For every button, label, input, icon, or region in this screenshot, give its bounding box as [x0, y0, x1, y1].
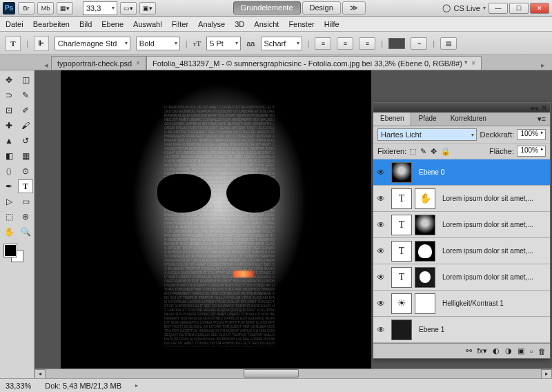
horizontal-scrollbar[interactable]: ◂ ▸ — [34, 369, 552, 378]
adjustment-layer-icon[interactable]: ◑ — [505, 346, 512, 355]
layer-mask-thumbnail[interactable] — [415, 241, 435, 262]
layer-row[interactable]: 👁 ☀ Helligkeit/Kontrast 1 — [373, 291, 550, 317]
layer-mask-thumbnail[interactable] — [415, 215, 435, 235]
status-menu-icon[interactable]: ▸ — [135, 382, 138, 389]
gradient-tool[interactable]: ▦ — [18, 149, 33, 163]
eraser-tool[interactable]: ◧ — [1, 149, 17, 163]
screenmode-button[interactable]: ▣▾ — [139, 2, 156, 14]
lock-all-icon[interactable]: 🔒 — [441, 147, 451, 156]
cslive-button[interactable]: CS Live — [453, 4, 480, 12]
stamp-tool[interactable]: ▲ — [1, 134, 17, 148]
fill-input[interactable]: 100% — [517, 146, 546, 157]
layer-thumbnail[interactable]: T — [391, 241, 412, 262]
visibility-toggle[interactable]: 👁 — [373, 168, 388, 177]
lasso-tool[interactable]: ⊃ — [1, 88, 17, 102]
maximize-button[interactable]: ☐ — [509, 3, 529, 14]
menu-3d[interactable]: 3D — [235, 20, 244, 28]
menu-ebene[interactable]: Ebene — [101, 20, 124, 28]
arrange-button[interactable]: ▭▾ — [120, 2, 137, 14]
layer-mask-thumbnail[interactable] — [415, 267, 435, 288]
quickselect-tool[interactable]: ✎ — [18, 88, 33, 102]
layer-row[interactable]: 👁 Ebene 0 — [373, 159, 550, 186]
text-orientation-button[interactable]: ⊩ — [34, 36, 49, 51]
scroll-thumb[interactable] — [244, 369, 299, 378]
close-button[interactable]: ✕ — [530, 3, 549, 14]
workspace-grundelemente[interactable]: Grundelemente — [233, 1, 301, 14]
layer-fx-icon[interactable]: fx▾ — [477, 346, 488, 355]
text-color-swatch[interactable] — [388, 38, 405, 49]
scroll-left-button[interactable]: ◂ — [34, 369, 46, 379]
menu-bearbeiten[interactable]: Bearbeiten — [33, 20, 70, 28]
layer-row[interactable]: 👁 Ebene 1 — [373, 317, 550, 343]
pen-tool[interactable]: ✒ — [1, 179, 17, 193]
layer-thumbnail[interactable]: T — [391, 267, 412, 288]
zoom-level[interactable]: 33,33% — [6, 382, 31, 390]
layer-thumbnail[interactable]: T — [391, 188, 412, 209]
document-tab-active[interactable]: Fotolia_4813297_M - © sumnersgraphicsinc… — [146, 56, 482, 70]
workspace-more[interactable]: ≫ — [342, 1, 366, 14]
layer-row[interactable]: 👁 T Lorem ipsum dolor sit amet,... — [373, 264, 550, 291]
panel-options-icon[interactable]: ▾≡ — [533, 112, 550, 126]
dodge-tool[interactable]: ⊙ — [18, 164, 33, 178]
menu-auswahl[interactable]: Auswahl — [133, 20, 162, 28]
layer-row[interactable]: 👁 T Lorem ipsum dolor sit amet,... — [373, 238, 550, 264]
move-tool[interactable]: ✥ — [1, 73, 17, 87]
menu-filter[interactable]: Filter — [172, 20, 188, 28]
lock-pixels-icon[interactable]: ✎ — [420, 147, 426, 156]
lock-position-icon[interactable]: ✥ — [431, 147, 437, 156]
layer-row[interactable]: 👁 T Lorem ipsum dolor sit amet,... — [373, 212, 550, 238]
link-layers-icon[interactable]: ⚯ — [466, 346, 472, 355]
character-panel-button[interactable]: ▤ — [440, 37, 457, 50]
visibility-toggle[interactable]: 👁 — [373, 273, 388, 282]
blur-tool[interactable]: ⬯ — [1, 164, 17, 178]
tool-preset-icon[interactable]: T — [6, 36, 21, 51]
layer-mask-thumbnail[interactable] — [415, 293, 435, 314]
layer-thumbnail[interactable]: T — [391, 215, 412, 235]
layer-thumbnail[interactable]: ☀ — [391, 293, 412, 314]
layer-thumbnail[interactable] — [391, 320, 412, 340]
align-center-button[interactable]: ≡ — [337, 37, 353, 50]
menu-ansicht[interactable]: Ansicht — [254, 20, 279, 28]
delete-layer-icon[interactable]: 🗑 — [538, 347, 546, 355]
menu-analyse[interactable]: Analyse — [198, 20, 225, 28]
lock-transparency-icon[interactable]: ⬚ — [409, 147, 416, 156]
menu-fenster[interactable]: Fenster — [288, 20, 314, 28]
color-picker[interactable] — [1, 244, 33, 265]
hand-tool[interactable]: ✋ — [1, 225, 17, 239]
history-brush-tool[interactable]: ↺ — [18, 134, 33, 148]
opacity-input[interactable]: 100% — [517, 129, 546, 140]
add-mask-icon[interactable]: ◐ — [493, 346, 500, 355]
paths-tab[interactable]: Pfade — [411, 112, 443, 126]
panel-menu-icon[interactable]: ✕ — [541, 104, 547, 112]
close-tab-icon[interactable]: × — [136, 59, 140, 67]
align-right-button[interactable]: ≡ — [359, 37, 375, 50]
view-extras-button[interactable]: ▦▾ — [57, 2, 73, 14]
new-group-icon[interactable]: ▣ — [518, 346, 524, 355]
layers-tab[interactable]: Ebenen — [373, 112, 411, 126]
shape-tool[interactable]: ▭ — [18, 195, 33, 208]
layer-mask-thumbnail[interactable]: ✋ — [415, 188, 435, 209]
font-weight-dropdown[interactable]: Bold — [136, 37, 180, 50]
layer-thumbnail[interactable] — [391, 162, 412, 183]
healing-tool[interactable]: ✚ — [1, 119, 17, 133]
minimize-button[interactable]: — — [489, 3, 508, 14]
visibility-toggle[interactable]: 👁 — [373, 194, 388, 204]
panel-collapse-icon[interactable]: ◂◂ — [530, 104, 538, 112]
zoom-tool[interactable]: 🔍 — [18, 225, 33, 239]
path-select-tool[interactable]: ▷ — [1, 195, 17, 208]
canvas-area[interactable]: LOREM IPSUM DOLOR SIT AMET CONSECTETUR A… — [34, 70, 552, 378]
document-tab-inactive[interactable]: typoportrait-check.psd× — [51, 56, 146, 70]
crop-tool[interactable]: ⊡ — [1, 104, 17, 117]
antialias-dropdown[interactable]: Scharf — [261, 37, 302, 50]
align-left-button[interactable]: ≡ — [315, 37, 331, 50]
layer-row[interactable]: 👁 T✋ Lorem ipsum dolor sit amet,... — [373, 186, 550, 212]
3d-tool[interactable]: ⬚ — [1, 210, 17, 224]
minibridge-button[interactable]: Mb — [37, 2, 54, 14]
zoom-dropdown[interactable]: 33,3 — [83, 1, 117, 15]
eyedropper-tool[interactable]: ✐ — [18, 104, 33, 117]
foreground-color-swatch[interactable] — [4, 244, 17, 257]
font-family-dropdown[interactable]: Charlemagne Std — [55, 37, 130, 50]
menu-hilfe[interactable]: Hilfe — [324, 20, 339, 28]
visibility-toggle[interactable]: 👁 — [373, 246, 388, 256]
menu-bild[interactable]: Bild — [79, 20, 92, 28]
